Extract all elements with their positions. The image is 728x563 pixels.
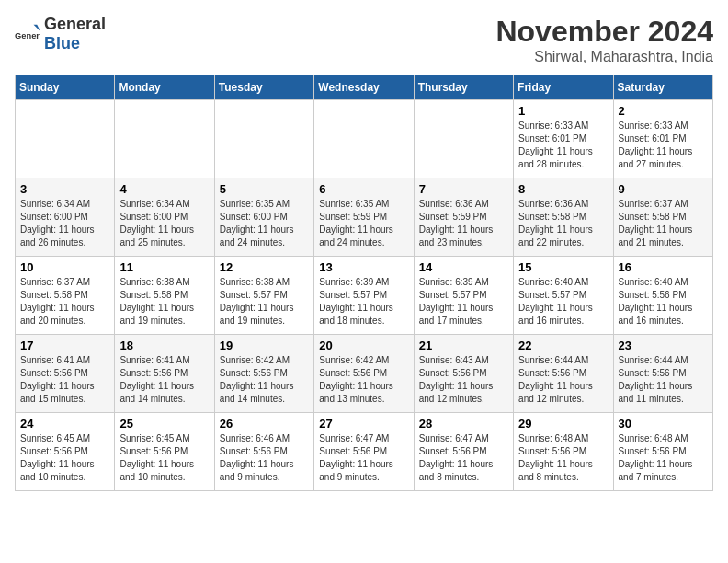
calendar-cell: 7Sunrise: 6:36 AM Sunset: 5:59 PM Daylig… — [414, 178, 513, 257]
calendar-cell: 13Sunrise: 6:39 AM Sunset: 5:57 PM Dayli… — [314, 257, 414, 335]
weekday-header: Tuesday — [214, 75, 313, 100]
calendar-header: SundayMondayTuesdayWednesdayThursdayFrid… — [16, 75, 713, 100]
day-number: 23 — [619, 339, 708, 352]
day-info: Sunrise: 6:38 AM Sunset: 5:57 PM Dayligh… — [220, 276, 309, 327]
day-number: 6 — [319, 182, 408, 196]
day-number: 16 — [619, 260, 708, 274]
calendar-cell: 23Sunrise: 6:44 AM Sunset: 5:56 PM Dayli… — [613, 335, 712, 413]
calendar-cell: 9Sunrise: 6:37 AM Sunset: 5:58 PM Daylig… — [613, 178, 712, 257]
calendar-body: 1Sunrise: 6:33 AM Sunset: 6:01 PM Daylig… — [16, 100, 713, 491]
day-number: 24 — [20, 417, 109, 431]
calendar-cell: 8Sunrise: 6:36 AM Sunset: 5:58 PM Daylig… — [514, 178, 613, 257]
day-info: Sunrise: 6:39 AM Sunset: 5:57 PM Dayligh… — [419, 276, 508, 327]
day-info: Sunrise: 6:41 AM Sunset: 5:56 PM Dayligh… — [119, 354, 209, 406]
calendar-cell — [314, 100, 414, 178]
day-number: 21 — [419, 339, 508, 352]
day-number: 1 — [518, 104, 608, 118]
calendar-cell: 2Sunrise: 6:33 AM Sunset: 6:01 PM Daylig… — [613, 100, 712, 178]
calendar-table: SundayMondayTuesdayWednesdayThursdayFrid… — [15, 75, 713, 491]
day-info: Sunrise: 6:44 AM Sunset: 5:56 PM Dayligh… — [518, 354, 608, 406]
day-number: 4 — [119, 182, 209, 196]
day-info: Sunrise: 6:36 AM Sunset: 5:59 PM Dayligh… — [419, 198, 508, 249]
day-info: Sunrise: 6:42 AM Sunset: 5:56 PM Dayligh… — [319, 354, 408, 406]
svg-text:General: General — [15, 31, 40, 40]
day-info: Sunrise: 6:48 AM Sunset: 5:56 PM Dayligh… — [619, 432, 708, 484]
weekday-header: Saturday — [613, 75, 712, 100]
day-info: Sunrise: 6:35 AM Sunset: 6:00 PM Dayligh… — [220, 198, 309, 249]
calendar-cell: 30Sunrise: 6:48 AM Sunset: 5:56 PM Dayli… — [613, 413, 712, 491]
day-info: Sunrise: 6:48 AM Sunset: 5:56 PM Dayligh… — [518, 432, 608, 484]
logo-icon: General — [15, 21, 40, 47]
day-number: 2 — [619, 104, 708, 118]
calendar-cell: 15Sunrise: 6:40 AM Sunset: 5:57 PM Dayli… — [514, 257, 613, 335]
calendar-title: November 2024 — [495, 15, 713, 49]
day-number: 15 — [518, 260, 608, 274]
day-number: 3 — [20, 182, 109, 196]
day-info: Sunrise: 6:34 AM Sunset: 6:00 PM Dayligh… — [20, 198, 109, 249]
day-info: Sunrise: 6:33 AM Sunset: 6:01 PM Dayligh… — [518, 120, 608, 171]
day-info: Sunrise: 6:42 AM Sunset: 5:56 PM Dayligh… — [220, 354, 309, 406]
weekday-header: Sunday — [16, 75, 115, 100]
day-number: 25 — [119, 417, 209, 431]
calendar-cell: 27Sunrise: 6:47 AM Sunset: 5:56 PM Dayli… — [314, 413, 414, 491]
day-info: Sunrise: 6:39 AM Sunset: 5:57 PM Dayligh… — [319, 276, 408, 327]
day-number: 7 — [419, 182, 508, 196]
calendar-cell: 21Sunrise: 6:43 AM Sunset: 5:56 PM Dayli… — [414, 335, 513, 413]
day-info: Sunrise: 6:35 AM Sunset: 5:59 PM Dayligh… — [319, 198, 408, 249]
day-number: 12 — [220, 260, 309, 274]
calendar-cell: 20Sunrise: 6:42 AM Sunset: 5:56 PM Dayli… — [314, 335, 414, 413]
calendar-cell: 6Sunrise: 6:35 AM Sunset: 5:59 PM Daylig… — [314, 178, 414, 257]
day-number: 9 — [619, 182, 708, 196]
day-number: 14 — [419, 260, 508, 274]
day-number: 26 — [220, 417, 309, 431]
day-number: 30 — [619, 417, 708, 431]
day-number: 8 — [518, 182, 608, 196]
day-info: Sunrise: 6:38 AM Sunset: 5:58 PM Dayligh… — [119, 276, 209, 327]
page-header: General General Blue November 2024 Shirw… — [15, 15, 713, 65]
day-info: Sunrise: 6:33 AM Sunset: 6:01 PM Dayligh… — [619, 120, 708, 171]
calendar-cell: 12Sunrise: 6:38 AM Sunset: 5:57 PM Dayli… — [214, 257, 313, 335]
day-info: Sunrise: 6:45 AM Sunset: 5:56 PM Dayligh… — [20, 432, 109, 484]
weekday-header: Wednesday — [314, 75, 414, 100]
day-info: Sunrise: 6:34 AM Sunset: 6:00 PM Dayligh… — [119, 198, 209, 249]
calendar-cell: 17Sunrise: 6:41 AM Sunset: 5:56 PM Dayli… — [16, 335, 115, 413]
calendar-cell: 19Sunrise: 6:42 AM Sunset: 5:56 PM Dayli… — [214, 335, 313, 413]
calendar-week-row: 24Sunrise: 6:45 AM Sunset: 5:56 PM Dayli… — [16, 413, 713, 491]
calendar-week-row: 10Sunrise: 6:37 AM Sunset: 5:58 PM Dayli… — [16, 257, 713, 335]
day-number: 27 — [319, 417, 408, 431]
day-number: 10 — [20, 260, 109, 274]
day-info: Sunrise: 6:46 AM Sunset: 5:56 PM Dayligh… — [220, 432, 309, 484]
weekday-header: Thursday — [414, 75, 513, 100]
calendar-cell — [414, 100, 513, 178]
calendar-cell: 25Sunrise: 6:45 AM Sunset: 5:56 PM Dayli… — [115, 413, 214, 491]
day-info: Sunrise: 6:47 AM Sunset: 5:56 PM Dayligh… — [419, 432, 508, 484]
day-info: Sunrise: 6:47 AM Sunset: 5:56 PM Dayligh… — [319, 432, 408, 484]
day-info: Sunrise: 6:43 AM Sunset: 5:56 PM Dayligh… — [419, 354, 508, 406]
weekday-header: Monday — [115, 75, 214, 100]
day-info: Sunrise: 6:40 AM Sunset: 5:57 PM Dayligh… — [518, 276, 608, 327]
day-info: Sunrise: 6:40 AM Sunset: 5:56 PM Dayligh… — [619, 276, 708, 327]
calendar-cell: 14Sunrise: 6:39 AM Sunset: 5:57 PM Dayli… — [414, 257, 513, 335]
calendar-cell: 24Sunrise: 6:45 AM Sunset: 5:56 PM Dayli… — [16, 413, 115, 491]
day-number: 5 — [220, 182, 309, 196]
calendar-cell: 18Sunrise: 6:41 AM Sunset: 5:56 PM Dayli… — [115, 335, 214, 413]
day-info: Sunrise: 6:45 AM Sunset: 5:56 PM Dayligh… — [119, 432, 209, 484]
calendar-cell: 22Sunrise: 6:44 AM Sunset: 5:56 PM Dayli… — [514, 335, 613, 413]
logo-general: General — [44, 15, 106, 33]
calendar-cell: 10Sunrise: 6:37 AM Sunset: 5:58 PM Dayli… — [16, 257, 115, 335]
day-number: 28 — [419, 417, 508, 431]
calendar-cell: 16Sunrise: 6:40 AM Sunset: 5:56 PM Dayli… — [613, 257, 712, 335]
calendar-cell: 1Sunrise: 6:33 AM Sunset: 6:01 PM Daylig… — [514, 100, 613, 178]
day-info: Sunrise: 6:37 AM Sunset: 5:58 PM Dayligh… — [619, 198, 708, 249]
day-number: 22 — [518, 339, 608, 352]
day-number: 11 — [119, 260, 209, 274]
weekday-header-row: SundayMondayTuesdayWednesdayThursdayFrid… — [16, 75, 713, 100]
day-info: Sunrise: 6:44 AM Sunset: 5:56 PM Dayligh… — [619, 354, 708, 406]
title-block: November 2024 Shirwal, Maharashtra, Indi… — [495, 15, 713, 65]
logo-blue: Blue — [44, 34, 80, 52]
calendar-cell: 28Sunrise: 6:47 AM Sunset: 5:56 PM Dayli… — [414, 413, 513, 491]
calendar-subtitle: Shirwal, Maharashtra, India — [495, 49, 713, 65]
calendar-cell: 11Sunrise: 6:38 AM Sunset: 5:58 PM Dayli… — [115, 257, 214, 335]
day-number: 13 — [319, 260, 408, 274]
calendar-cell — [16, 100, 115, 178]
